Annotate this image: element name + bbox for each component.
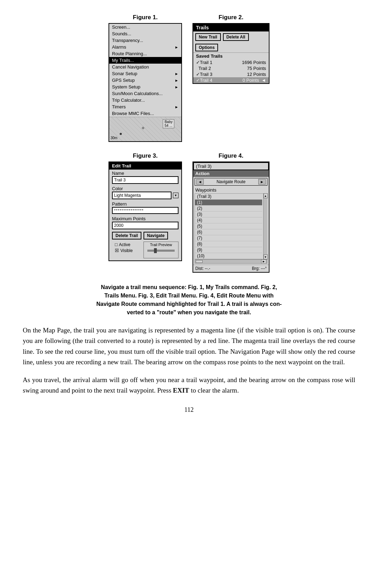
trail-preview-box: Trail Preview bbox=[144, 242, 178, 258]
menu-item-transparency[interactable]: Transparency... bbox=[109, 37, 181, 44]
action-bar: Action bbox=[193, 170, 269, 177]
brg-label: Brg: ---° bbox=[252, 266, 267, 271]
trail-3-check: ✓Trail 3 bbox=[196, 72, 212, 77]
trail-2-points: 75 Points bbox=[247, 66, 266, 71]
menu-item-route-planning[interactable]: Route Planning... bbox=[109, 50, 181, 57]
menu-item-sunmoon[interactable]: Sun/Moon Calculations... bbox=[109, 90, 181, 97]
trail-row-1[interactable]: ✓Trail 1 1696 Points bbox=[193, 59, 269, 65]
color-select[interactable]: Light Magenta bbox=[112, 192, 172, 199]
map-star: ✦ bbox=[141, 125, 145, 131]
figure-1-label: Figure 1. bbox=[133, 14, 158, 21]
waypoint-9[interactable]: (9) bbox=[195, 247, 262, 253]
active-checkbox-row: □ Active bbox=[112, 242, 144, 248]
menu-item-cancel-nav[interactable]: Cancel Navigation bbox=[109, 64, 181, 70]
figure-2-label: Figure 2. bbox=[219, 14, 244, 21]
exit-keyword: EXIT bbox=[173, 387, 189, 394]
figure-4-screen: (Trail 3) Action ◄ Navigate Route ► Wayp… bbox=[192, 162, 270, 273]
trail-row-2[interactable]: Trail 2 75 Points bbox=[193, 65, 269, 71]
menu-item-gps-setup[interactable]: GPS Setup ► bbox=[109, 77, 181, 84]
figure-4-container: Figure 4. (Trail 3) Action ◄ Navigate Ro… bbox=[192, 152, 270, 273]
slider-thumb[interactable] bbox=[154, 248, 157, 253]
navigate-route-row[interactable]: ◄ Navigate Route ► bbox=[195, 178, 267, 186]
waypoint-5[interactable]: (5) bbox=[195, 223, 262, 229]
dropdown-arrow-icon[interactable]: ▼ bbox=[173, 193, 178, 198]
dist-bar: Dist: --.- Brg: ---° bbox=[193, 265, 269, 272]
dist-label: Dist: --.- bbox=[195, 266, 210, 271]
sonar-arrow: ► bbox=[175, 72, 178, 76]
scrollbar[interactable]: ▲ ▼ bbox=[263, 193, 267, 259]
menu-item-sonar-setup[interactable]: Sonar Setup ► bbox=[109, 70, 181, 77]
waypoint-4[interactable]: (4) bbox=[195, 217, 262, 223]
waypoint-1[interactable]: (1) bbox=[195, 200, 262, 206]
visible-checkbox-row: ☒ Visible bbox=[112, 248, 144, 253]
waypoint-7[interactable]: (7) bbox=[195, 235, 262, 241]
name-input[interactable]: Trail 3 bbox=[112, 176, 178, 184]
trail-1-check: ✓Trail 1 bbox=[196, 60, 212, 65]
waypoint-trail3[interactable]: (Trail 3) bbox=[195, 194, 262, 200]
color-select-row: Light Magenta ▼ bbox=[112, 192, 178, 199]
name-label: Name bbox=[109, 170, 181, 176]
figure-1-screen: Screen... Sounds... Transparency... Alar… bbox=[108, 23, 182, 142]
new-trail-button[interactable]: New Trail bbox=[195, 33, 221, 41]
figures-row-2: Figure 3. Edit Trail Name Trail 3 Color … bbox=[21, 152, 357, 273]
delete-trail-button[interactable]: Delete Trail bbox=[112, 232, 141, 239]
options-button[interactable]: Options bbox=[195, 44, 218, 51]
trail-3-points: 12 Points bbox=[247, 72, 266, 77]
waypoint-3[interactable]: (3) bbox=[195, 211, 262, 217]
active-label: Active bbox=[119, 242, 131, 247]
figure-2-container: Figure 2. Trails New Trail Delete All Op… bbox=[192, 14, 270, 142]
edit-trail-title: Edit Trail bbox=[109, 162, 181, 170]
waypoints-list: (Trail 3) (1) (2) (3) (4) (5) (6) (7) (8… bbox=[195, 193, 267, 259]
timers-arrow: ► bbox=[175, 105, 178, 109]
trail-row-4[interactable]: ✓Trail 4 0 Points ◄ bbox=[193, 77, 269, 83]
checkboxes-area: □ Active ☒ Visible bbox=[112, 242, 144, 253]
active-checkbox[interactable]: □ bbox=[115, 242, 118, 247]
max-points-input[interactable]: 2000 bbox=[112, 222, 178, 229]
page-number: 112 bbox=[21, 406, 357, 414]
pattern-label: Pattern bbox=[109, 200, 181, 207]
map-scale: 30m bbox=[111, 136, 117, 140]
map-label: Baby54 ... bbox=[163, 119, 174, 128]
alarms-arrow: ► bbox=[175, 45, 178, 49]
waypoints-label: Waypoints bbox=[193, 187, 269, 193]
waypoints-list-area: (Trail 3) (1) (2) (3) (4) (5) (6) (7) (8… bbox=[195, 193, 267, 259]
pattern-input[interactable]: **************** bbox=[112, 207, 178, 214]
horiz-scroll-thumb[interactable] bbox=[196, 260, 203, 263]
horizontal-scrollbar[interactable]: ► bbox=[195, 259, 267, 264]
horiz-right-arrow[interactable]: ► bbox=[261, 259, 266, 264]
system-arrow: ► bbox=[175, 85, 178, 89]
visible-checkbox[interactable]: ☒ bbox=[115, 248, 119, 253]
menu-item-timers[interactable]: Timers ► bbox=[109, 103, 181, 110]
map-area: Baby54 ... 30m ✦ bbox=[109, 117, 181, 141]
scroll-up-button[interactable]: ▲ bbox=[264, 193, 268, 198]
nav-right-icon[interactable]: ► bbox=[258, 179, 266, 185]
color-label: Color bbox=[109, 185, 181, 192]
menu-item-system-setup[interactable]: System Setup ► bbox=[109, 84, 181, 90]
waypoint-2[interactable]: (2) bbox=[195, 206, 262, 211]
options-btn-row: Options bbox=[193, 43, 269, 52]
delete-all-button[interactable]: Delete All bbox=[223, 33, 249, 41]
menu-item-trip-calc[interactable]: Trip Calculator... bbox=[109, 97, 181, 103]
figure-2-screen: Trails New Trail Delete All Options Save… bbox=[192, 23, 270, 84]
scroll-down-button[interactable]: ▼ bbox=[264, 254, 268, 259]
menu-item-screen[interactable]: Screen... bbox=[109, 24, 181, 30]
menu-item-my-trails[interactable]: My Trails... bbox=[109, 57, 181, 64]
caption-text: Navigate a trail menu sequence: Fig. 1, … bbox=[96, 284, 282, 315]
waypoint-6[interactable]: (6) bbox=[195, 229, 262, 235]
trail-row-3[interactable]: ✓Trail 3 12 Points bbox=[193, 71, 269, 77]
menu-item-sounds[interactable]: Sounds... bbox=[109, 30, 181, 37]
navigate-button[interactable]: Navigate bbox=[144, 232, 168, 239]
trail-2-name: Trail 2 bbox=[196, 66, 211, 71]
navigate-route-label: Navigate Route bbox=[217, 179, 246, 184]
trail-preview-slider bbox=[147, 250, 175, 252]
body-paragraph-1: On the Map Page, the trail you are navig… bbox=[23, 325, 355, 368]
waypoint-10[interactable]: (10) bbox=[195, 253, 262, 259]
figure-4-label: Figure 4. bbox=[219, 152, 244, 159]
menu-item-alarms[interactable]: Alarms ► bbox=[109, 44, 181, 50]
trails-title: Trails bbox=[193, 24, 269, 31]
figures-row-1: Figure 1. Screen... Sounds... Transparen… bbox=[21, 14, 357, 142]
menu-item-browse-mmc[interactable]: Browse MMC Files... bbox=[109, 110, 181, 117]
nav-left-icon[interactable]: ◄ bbox=[196, 179, 204, 185]
waypoint-8[interactable]: (8) bbox=[195, 241, 262, 247]
trail-1-points: 1696 Points bbox=[242, 60, 266, 65]
